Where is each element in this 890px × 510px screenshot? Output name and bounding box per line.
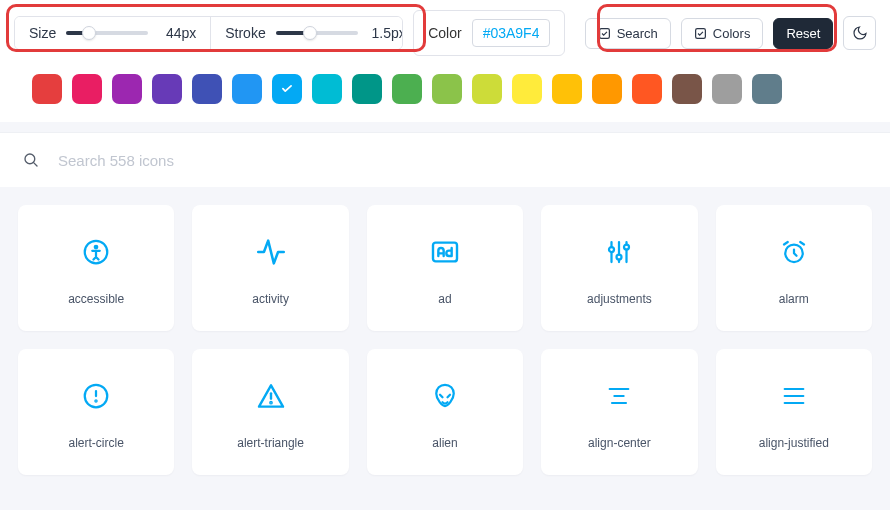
color-swatch[interactable] — [432, 74, 462, 104]
color-swatch[interactable] — [272, 74, 302, 104]
icon-card-adjustments[interactable]: adjustments — [541, 205, 697, 331]
icon-card-accessible[interactable]: accessible — [18, 205, 174, 331]
icon-label: ad — [438, 292, 451, 306]
icon-card-align-center[interactable]: align-center — [541, 349, 697, 475]
color-swatch[interactable] — [672, 74, 702, 104]
stroke-label: Stroke — [225, 25, 265, 41]
icon-label: align-center — [588, 436, 651, 450]
alarm-icon — [779, 230, 809, 274]
color-swatch[interactable] — [472, 74, 502, 104]
size-value: 44px — [158, 25, 196, 41]
icon-label: adjustments — [587, 292, 652, 306]
color-control: Color — [413, 10, 564, 56]
activity-icon — [254, 230, 288, 274]
search-bar — [0, 132, 890, 187]
colors-toggle-button[interactable]: Colors — [681, 18, 764, 49]
search-input[interactable] — [58, 152, 868, 169]
alert-triangle-icon — [255, 374, 287, 418]
accessible-icon — [81, 230, 111, 274]
svg-point-7 — [617, 255, 622, 260]
color-swatch[interactable] — [152, 74, 182, 104]
icon-label: alarm — [779, 292, 809, 306]
icon-label: accessible — [68, 292, 124, 306]
stroke-control: Stroke 1.5px — [210, 17, 403, 49]
color-swatch[interactable] — [352, 74, 382, 104]
size-label: Size — [29, 25, 56, 41]
color-swatch[interactable] — [552, 74, 582, 104]
size-slider[interactable] — [66, 26, 148, 40]
search-icon — [22, 151, 40, 169]
alien-icon — [430, 374, 460, 418]
svg-point-12 — [270, 402, 271, 403]
icon-card-alarm[interactable]: alarm — [716, 205, 872, 331]
size-control: Size 44px — [15, 17, 210, 49]
theme-toggle-button[interactable] — [843, 16, 876, 50]
icon-card-activity[interactable]: activity — [192, 205, 348, 331]
stroke-slider[interactable] — [276, 26, 358, 40]
svg-point-8 — [624, 245, 629, 250]
icon-card-align-justified[interactable]: align-justified — [716, 349, 872, 475]
color-swatch[interactable] — [32, 74, 62, 104]
color-swatch[interactable] — [512, 74, 542, 104]
reset-button[interactable]: Reset — [773, 18, 833, 49]
color-swatch[interactable] — [592, 74, 622, 104]
checkbox-icon — [694, 27, 707, 40]
svg-point-11 — [96, 400, 97, 401]
icon-card-alien[interactable]: alien — [367, 349, 523, 475]
svg-rect-5 — [433, 243, 457, 262]
icon-label: align-justified — [759, 436, 829, 450]
icon-card-alert-circle[interactable]: alert-circle — [18, 349, 174, 475]
color-input[interactable] — [472, 19, 550, 47]
checkbox-icon — [598, 27, 611, 40]
icon-card-alert-triangle[interactable]: alert-triangle — [192, 349, 348, 475]
color-swatch[interactable] — [232, 74, 262, 104]
icon-label: alert-circle — [69, 436, 124, 450]
color-label: Color — [428, 25, 461, 41]
adjustments-icon — [604, 230, 634, 274]
alert-circle-icon — [81, 374, 111, 418]
svg-point-6 — [609, 247, 614, 252]
icon-grid: accessibleactivityadadjustmentsalarmaler… — [0, 187, 890, 493]
color-swatch[interactable] — [312, 74, 342, 104]
svg-point-4 — [95, 246, 98, 249]
icon-label: activity — [252, 292, 289, 306]
size-stroke-group: Size 44px Stroke 1.5px — [14, 16, 403, 50]
color-swatch[interactable] — [712, 74, 742, 104]
moon-icon — [852, 25, 868, 41]
icon-label: alert-triangle — [237, 436, 304, 450]
color-palette — [14, 74, 876, 104]
color-swatch[interactable] — [392, 74, 422, 104]
icon-label: alien — [432, 436, 457, 450]
icon-card-ad[interactable]: ad — [367, 205, 523, 331]
search-toggle-button[interactable]: Search — [585, 18, 671, 49]
color-swatch[interactable] — [752, 74, 782, 104]
color-swatch[interactable] — [72, 74, 102, 104]
check-icon — [280, 82, 294, 96]
color-swatch[interactable] — [192, 74, 222, 104]
align-center-icon — [605, 374, 633, 418]
ad-icon — [429, 230, 461, 274]
stroke-value: 1.5px — [368, 25, 403, 41]
color-swatch[interactable] — [632, 74, 662, 104]
color-swatch[interactable] — [112, 74, 142, 104]
align-justified-icon — [780, 374, 808, 418]
